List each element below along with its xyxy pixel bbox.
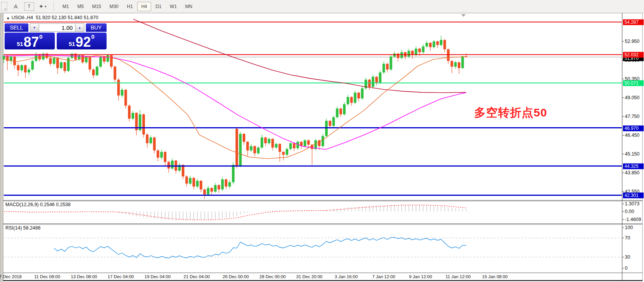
shapes-icon[interactable]: ✦▾ [38,2,47,11]
toolbar-separator [53,2,54,11]
volume-stepper: ▼ ▲ [30,23,84,32]
rsi-panel [4,237,622,258]
timeframe-button-m30[interactable]: M30 [106,2,122,11]
time-tick-label: 21 Dec 04:00 [184,274,210,279]
shapes-glyph: ✦ [39,3,44,10]
timeframe-button-m5[interactable]: M5 [74,2,88,11]
mt4-window: { "toolbar": { "grip_label": "F", "font_… [0,0,644,282]
price-badge: 44.325 [623,164,644,169]
symbol-label: USOil-,H4 [12,15,33,20]
timeframe-button-h1[interactable]: H1 [123,2,136,11]
trade-panel-price-row: 51 87 0 51 92 0 [5,33,107,49]
indicator-scale-label: 70 [625,235,630,241]
time-tick-label: 26 Dec 00:00 [223,274,249,279]
time-tick-label: 7 Dec 2018 [0,274,21,279]
price-badge: 52.032 [623,52,644,58]
price-badge: 42.301 [623,193,644,198]
one-click-trade-panel: SELL ▼ ▲ BUY 51 87 0 51 92 0 [5,23,107,49]
buy-price-display[interactable]: 51 92 0 [57,33,107,49]
volume-decrease-button[interactable]: ▼ [30,23,39,32]
price-tick-label: 46.450 [625,133,639,138]
sell-price-small: 51 [17,41,23,47]
candles-layer [3,36,468,199]
toolbar: F A T ✦▾ M1M5M15M30H1H4D1W1MN [0,0,644,13]
chart-annotation-text: 多空转折点50 [474,105,547,121]
indicator-scale-label: 1.3073 [625,201,639,207]
time-tick-label: 31 Dec 20:00 [296,274,322,279]
price-tick-label: 47.750 [625,114,639,119]
buy-button[interactable]: BUY [86,23,107,32]
chart-title: ▲USOil-,H4 51.920 52.130 51.840 51.870 [6,15,98,20]
indicator-scale-label: 100 [625,225,633,230]
indicator-scale-label: -1.4609 [625,217,641,222]
time-tick-label: 3 Jan 16:00 [335,274,358,279]
time-tick-label: 11 Jan 12:00 [445,274,471,279]
timeframe-button-h4[interactable]: H4 [137,2,151,11]
time-tick-label: 17 Dec 04:00 [108,274,134,279]
time-tick-label: 15 Jan 08:00 [482,274,508,279]
sell-price-sup: 0 [39,33,42,40]
rsi-label: RSI(14) 58.2486 [5,225,41,231]
timeframe-bar: M1M5M15M30H1H4D1W1MN [58,2,196,11]
axis-ticks [622,41,624,268]
toolbar-grip-icon[interactable]: F [1,2,7,11]
sell-price-big: 87 [23,36,39,49]
sell-button[interactable]: SELL [5,23,28,32]
ohlc-values: 51.920 52.130 51.840 51.870 [36,15,98,20]
sell-price-display[interactable]: 51 87 0 [5,33,55,49]
trade-panel-top-row: SELL ▼ ▲ BUY [5,23,107,32]
buy-price-small: 51 [69,41,75,47]
price-badge: 54.287 [623,20,644,25]
price-badge: 46.970 [623,126,644,131]
timeframe-button-d1[interactable]: D1 [152,2,165,11]
time-tick-label: 19 Dec 04:00 [145,274,171,279]
indicator-scale-label: 0 [625,266,628,271]
timeframe-button-m15[interactable]: M15 [88,2,105,11]
volume-increase-button[interactable]: ▲ [75,23,84,32]
buy-price-sup: 0 [91,33,94,40]
time-tick-label: 9 Jan 12:00 [409,274,432,279]
volume-input[interactable] [39,23,75,32]
price-tick-label: 49.050 [625,95,639,100]
price-tick-label: 43.850 [625,170,639,175]
collapse-triangle-icon[interactable]: ▲ [6,16,10,20]
price-badge: 50.071 [623,80,644,86]
time-tick-label: 11 Dec 08:00 [34,274,60,279]
time-tick-label: 7 Jan 12:00 [372,274,395,279]
font-icon[interactable]: A [11,2,20,11]
macd-label: MACD(12,26,9) 0.2546 0.2538 [5,202,71,207]
macd-panel [4,205,466,220]
timeframe-button-m1[interactable]: M1 [59,2,73,11]
price-tick-label: 45.150 [625,151,639,157]
indicator-scale-label: 0.00 [625,209,634,214]
indicator-scale-label: 30 [625,254,630,260]
buy-price-big: 92 [76,36,91,49]
time-tick-label: 28 Dec 00:00 [260,274,286,279]
text-label-icon[interactable]: T [24,2,34,11]
timeframe-button-w1[interactable]: W1 [166,2,181,11]
price-tick-label: 52.950 [625,39,639,44]
timeframe-button-mn[interactable]: MN [181,2,196,11]
chevron-down-icon: ▾ [45,5,47,8]
window-frame [0,13,642,282]
time-tick-label: 13 Dec 08:00 [71,274,97,279]
